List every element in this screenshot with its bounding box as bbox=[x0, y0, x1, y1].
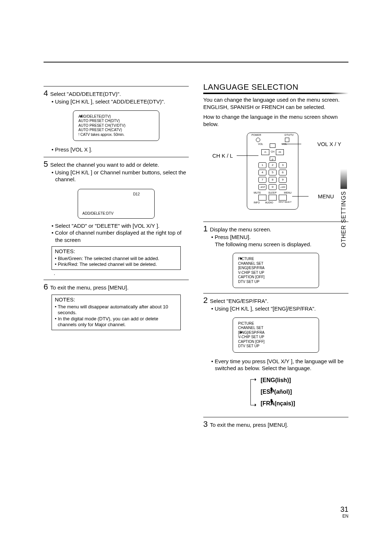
side-tab-label: OTHER SETTINGS bbox=[340, 191, 347, 247]
page-footer: 31 EN bbox=[340, 505, 348, 519]
step-4: 4 Select "ADD/DELETE(DTV)". bbox=[44, 89, 189, 98]
step5-sub2: • Color of channel number displayed at t… bbox=[52, 229, 189, 243]
page-lang: EN bbox=[340, 514, 348, 519]
intro-2: How to change the language in the menu s… bbox=[203, 113, 348, 128]
step-title: To exit the menu, press [MENU]. bbox=[50, 284, 128, 291]
notes-box-2: NOTES: • The menu will disappear automat… bbox=[52, 295, 181, 330]
step-title: Select "ADD/DELETE(DTV)". bbox=[50, 91, 121, 97]
top-rule bbox=[44, 62, 348, 62]
remote-diagram: POWER DTV/TV VOL VOL n bbox=[214, 131, 338, 218]
lang-eng: [ENG(lish)] bbox=[250, 377, 301, 389]
step5-bullet: • Using [CH K/L ] or Channel number butt… bbox=[52, 169, 189, 183]
step-5: 5 Select the channel you want to add or … bbox=[44, 159, 189, 169]
r-step-2: 2 Select "ENG/ESP/FRA". bbox=[203, 296, 348, 305]
menu-screen-2: PICTURE CHANNEL SET [ENG]/ESP/FRA V-CHIP… bbox=[233, 317, 319, 353]
step-num: 5 bbox=[44, 159, 48, 169]
intro-1: You can change the language used on the … bbox=[203, 96, 348, 111]
screen-channel: D12 ADD/DELETE:DTV bbox=[78, 189, 155, 219]
callout-menu: MENU bbox=[318, 193, 334, 199]
side-tab: OTHER SETTINGS bbox=[339, 169, 348, 242]
language-cycle: [ENG(lish)] [ESP(añol)] [FRA(nçais)] bbox=[250, 377, 301, 412]
step4-bullet: • Using [CH K/L ], select "ADD/DELETE(DT… bbox=[52, 98, 189, 105]
lang-fra: [FRA(nçais)] bbox=[250, 400, 301, 412]
menu-screen-1: PICTURE CHANNEL SET [ENG]/ESP/FRA V-CHIP… bbox=[233, 253, 319, 288]
step-6: 6 To exit the menu, press [MENU]. bbox=[44, 282, 189, 292]
section-title: LANGUAGE SELECTION bbox=[203, 82, 348, 94]
step-num: 4 bbox=[44, 89, 48, 98]
right-column: LANGUAGE SELECTION You can change the la… bbox=[203, 82, 348, 429]
side-gradient-icon bbox=[340, 169, 347, 189]
r-step-3: 3 To exit the menu, press [MENU]. bbox=[203, 420, 348, 429]
callout-vol: VOL X / Y bbox=[317, 141, 341, 147]
r-step-1: 1 Display the menu screen. bbox=[203, 224, 348, 234]
notes-box-1: NOTES: • Blue/Green: The selected channe… bbox=[52, 246, 181, 270]
step5-sub1: • Select "ADD" or "DELETE" with [VOL X/Y… bbox=[52, 222, 189, 230]
step-title: Select the channel you want to add or de… bbox=[50, 162, 159, 168]
step-num: 6 bbox=[44, 282, 48, 292]
page-number: 31 bbox=[340, 505, 348, 514]
step4-after: • Press [VOL X ]. bbox=[52, 146, 189, 153]
lang-esp: [ESP(añol)] bbox=[250, 389, 301, 400]
callout-ch: CH K / L bbox=[212, 153, 233, 159]
dot: . bbox=[54, 270, 189, 276]
left-column: 4 Select "ADD/DELETE(DTV)". • Using [CH … bbox=[44, 82, 189, 429]
screen-add-delete: ADD/DELETE(DTV) AUTO PRESET CH(DTV) AUTO… bbox=[73, 110, 159, 141]
